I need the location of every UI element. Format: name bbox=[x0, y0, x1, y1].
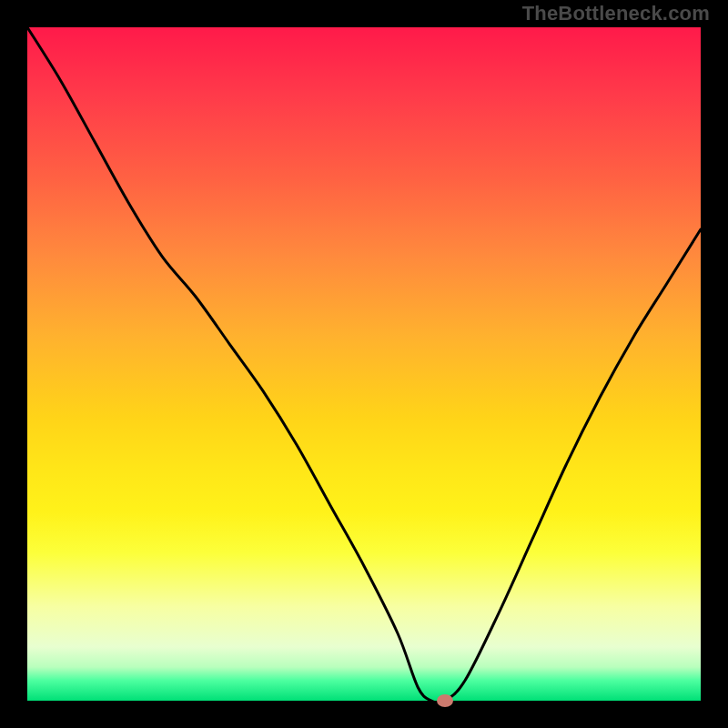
bottleneck-curve bbox=[27, 27, 701, 701]
optimal-point-marker bbox=[437, 694, 453, 707]
chart-frame: TheBottleneck.com bbox=[0, 0, 728, 728]
plot-area bbox=[27, 27, 701, 701]
watermark-text: TheBottleneck.com bbox=[522, 2, 710, 25]
